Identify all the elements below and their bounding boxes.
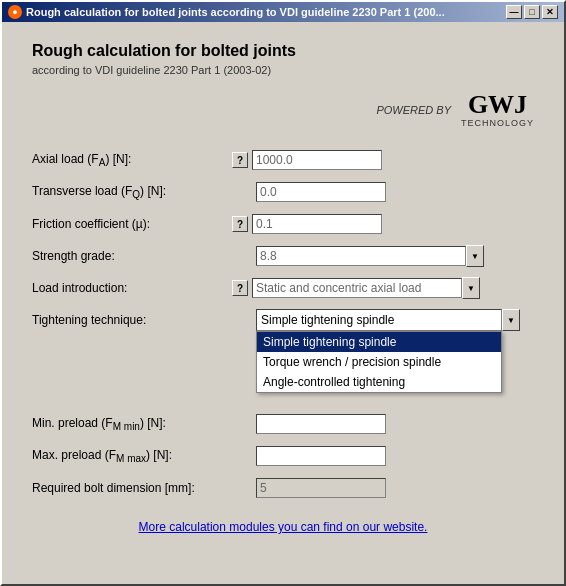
- logo-area: POWERED BY GWJ TECHNOLOGY: [32, 92, 534, 128]
- tightening-selected-text: Simple tightening spindle: [261, 313, 394, 327]
- axial-load-help-button[interactable]: ?: [232, 152, 248, 168]
- friction-help-button[interactable]: ?: [232, 216, 248, 232]
- min-preload-input[interactable]: [256, 414, 386, 434]
- window-title: Rough calculation for bolted joints acco…: [26, 6, 445, 18]
- window-controls: — □ ✕: [506, 5, 558, 19]
- bolt-dim-input: [256, 478, 386, 498]
- tightening-option-1[interactable]: Simple tightening spindle: [257, 332, 501, 352]
- title-bar: ● Rough calculation for bolted joints ac…: [2, 2, 564, 22]
- axial-load-label: Axial load (FA) [N]:: [32, 152, 232, 168]
- tightening-selected[interactable]: Simple tightening spindle: [256, 309, 502, 331]
- strength-grade-label: Strength grade:: [32, 249, 232, 263]
- strength-grade-dropdown-button[interactable]: ▼: [466, 245, 484, 267]
- content-area: Rough calculation for bolted joints acco…: [2, 22, 564, 584]
- max-preload-row: Max. preload (FM max) [N]:: [32, 444, 534, 468]
- bolt-dim-label: Required bolt dimension [mm]:: [32, 481, 232, 495]
- strength-grade-input[interactable]: [256, 246, 466, 266]
- load-intro-label: Load introduction:: [32, 281, 232, 295]
- load-introduction-row: Load introduction: ? ▼: [32, 276, 534, 300]
- load-intro-help-button[interactable]: ?: [232, 280, 248, 296]
- tightening-dropdown-button[interactable]: ▼: [502, 309, 520, 331]
- min-preload-label: Min. preload (FM min) [N]:: [32, 416, 232, 432]
- bolt-dimension-row: Required bolt dimension [mm]:: [32, 476, 534, 500]
- axial-load-input[interactable]: [252, 150, 382, 170]
- friction-row: Friction coefficient (µ): ?: [32, 212, 534, 236]
- gwj-logo-sub: TECHNOLOGY: [461, 118, 534, 128]
- transverse-load-input[interactable]: [256, 182, 386, 202]
- tightening-technique-row: Tightening technique: Simple tightening …: [32, 308, 534, 332]
- transverse-load-row: Transverse load (FQ) [N]:: [32, 180, 534, 204]
- tightening-option-3[interactable]: Angle-controlled tightening: [257, 372, 501, 392]
- tightening-option-2[interactable]: Torque wrench / precision spindle: [257, 352, 501, 372]
- tightening-dropdown-list: Simple tightening spindle Torque wrench …: [256, 331, 502, 393]
- form-area: Axial load (FA) [N]: ? Transverse load (…: [32, 148, 534, 500]
- friction-input[interactable]: [252, 214, 382, 234]
- footer-link-area: More calculation modules you can find on…: [32, 520, 534, 534]
- max-preload-label: Max. preload (FM max) [N]:: [32, 448, 232, 464]
- min-preload-row: Min. preload (FM min) [N]:: [32, 412, 534, 436]
- main-window: ● Rough calculation for bolted joints ac…: [0, 0, 566, 586]
- subtitle: according to VDI guideline 2230 Part 1 (…: [32, 64, 534, 76]
- gwj-logo: GWJ TECHNOLOGY: [461, 92, 534, 128]
- close-button[interactable]: ✕: [542, 5, 558, 19]
- maximize-button[interactable]: □: [524, 5, 540, 19]
- title-bar-left: ● Rough calculation for bolted joints ac…: [8, 5, 445, 19]
- load-intro-input[interactable]: [252, 278, 462, 298]
- load-intro-dropdown-button[interactable]: ▼: [462, 277, 480, 299]
- powered-by-text: POWERED BY: [376, 104, 451, 116]
- transverse-load-label: Transverse load (FQ) [N]:: [32, 184, 232, 200]
- friction-label: Friction coefficient (µ):: [32, 217, 232, 231]
- axial-load-row: Axial load (FA) [N]: ?: [32, 148, 534, 172]
- gwj-logo-text: GWJ: [461, 92, 534, 118]
- minimize-button[interactable]: —: [506, 5, 522, 19]
- app-icon: ●: [8, 5, 22, 19]
- website-link[interactable]: More calculation modules you can find on…: [139, 520, 428, 534]
- strength-grade-row: Strength grade: ▼: [32, 244, 534, 268]
- tightening-dropdown-container: Simple tightening spindle ▼ Simple tight…: [256, 309, 520, 331]
- main-title: Rough calculation for bolted joints: [32, 42, 534, 60]
- max-preload-input[interactable]: [256, 446, 386, 466]
- tightening-label: Tightening technique:: [32, 313, 232, 327]
